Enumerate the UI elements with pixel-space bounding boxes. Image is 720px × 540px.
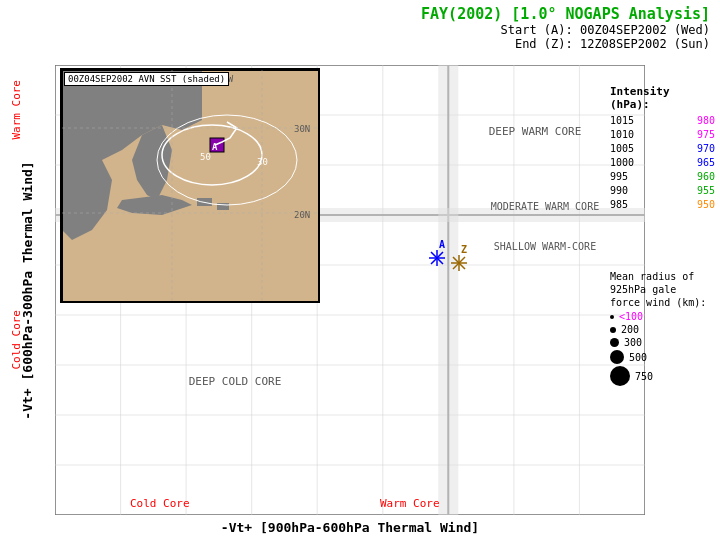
map-inset-label: 00Z04SEP2002 AVN SST (shaded): [64, 72, 229, 86]
intensity-legend-title: Intensity (hPa):: [610, 85, 715, 111]
x-warm-core-label: Warm Core: [380, 497, 440, 510]
svg-rect-23: [438, 65, 458, 515]
warm-core-left-label: Warm Core: [10, 80, 23, 140]
radius-row-5: 750: [610, 366, 715, 386]
y-axis-label: -Vt+ [600hPa-300hPa Thermal Wind]: [0, 65, 55, 515]
moderate-warm-label: MODERATE WARM CORE: [491, 201, 599, 212]
intensity-row-6: 990 955: [610, 184, 715, 198]
radius-row-1: <100: [610, 311, 715, 322]
radius-row-4: 500: [610, 350, 715, 364]
chart-title: FAY(2002) [1.0° NOGAPS Analysis]: [421, 5, 710, 23]
intensity-row-4: 1000 965: [610, 156, 715, 170]
x-axis-label: -Vt+ [900hPa-600hPa Thermal Wind]: [55, 520, 645, 535]
svg-text:30: 30: [257, 157, 268, 167]
svg-rect-60: [217, 203, 229, 210]
intensity-row-5: 995 960: [610, 170, 715, 184]
intensity-legend: Intensity (hPa): 1015 980 1010 975 1005 …: [610, 85, 715, 212]
intensity-row-3: 1005 970: [610, 142, 715, 156]
deep-cold-label: DEEP COLD CORE: [189, 375, 282, 388]
end-date: End (Z): 12Z08SEP2002 (Sun): [421, 37, 710, 51]
svg-text:20N: 20N: [294, 210, 310, 220]
radius-row-2: 200: [610, 324, 715, 335]
intensity-row-1: 1015 980: [610, 114, 715, 128]
title-area: FAY(2002) [1.0° NOGAPS Analysis] Start (…: [421, 5, 710, 51]
svg-text:30N: 30N: [294, 124, 310, 134]
start-date: Start (A): 00Z04SEP2002 (Wed): [421, 23, 710, 37]
map-inset: 50 30 30N 20N 100W 90W A 00Z04SEP2002 AV…: [60, 68, 320, 303]
intensity-row-7: 985 950: [610, 198, 715, 212]
svg-text:50: 50: [200, 152, 211, 162]
shallow-warm-label: SHALLOW WARM-CORE: [494, 241, 596, 252]
svg-rect-59: [197, 198, 212, 206]
radius-legend: Mean radius of 925hPa gale force wind (k…: [610, 270, 715, 386]
deep-warm-label: DEEP WARM CORE: [489, 125, 582, 138]
radius-row-3: 300: [610, 337, 715, 348]
cold-core-left-label: Cold Core: [10, 310, 23, 370]
intensity-row-2: 1010 975: [610, 128, 715, 142]
svg-text:A: A: [439, 239, 445, 250]
svg-text:Z: Z: [461, 244, 467, 255]
radius-legend-title: Mean radius of 925hPa gale force wind (k…: [610, 270, 715, 309]
x-cold-core-label: Cold Core: [130, 497, 190, 510]
